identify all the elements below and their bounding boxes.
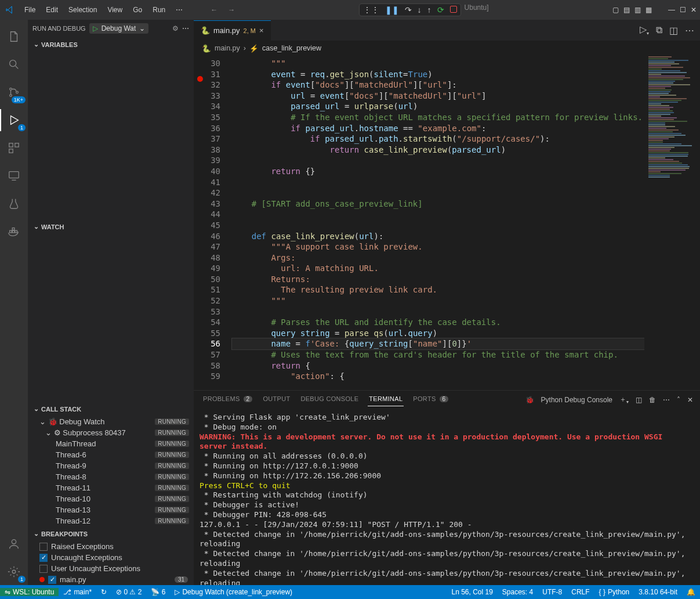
checkbox[interactable] <box>39 565 48 573</box>
status-eol[interactable]: CRLF <box>567 588 594 596</box>
activity-docker[interactable] <box>0 218 28 245</box>
activity-search[interactable] <box>0 51 28 78</box>
callstack-row[interactable]: Thread-8RUNNING <box>28 471 194 482</box>
menu-edit[interactable]: Edit <box>41 3 63 16</box>
callstack-label: Thread-11 <box>56 483 90 492</box>
step-over-icon[interactable]: ↷ <box>405 5 412 15</box>
terminal-output[interactable]: * Serving Flask app 'create_link_preview… <box>194 409 700 585</box>
activity-run-debug[interactable]: 1 <box>0 107 28 133</box>
svg-rect-9 <box>12 230 14 233</box>
sidebar-toggle-icon[interactable]: ▥ <box>634 6 641 14</box>
checkbox[interactable] <box>39 543 48 551</box>
menu-more[interactable]: ⋯ <box>171 3 187 16</box>
breadcrumb[interactable]: 🐍 main.py › ⚡ case_link_preview <box>194 41 700 56</box>
section-breakpoints[interactable]: ⌄BREAKPOINTS <box>28 526 194 541</box>
step-into-icon[interactable]: ↓ <box>418 5 422 15</box>
breakpoint-row[interactable]: Raised Exceptions <box>28 541 194 552</box>
menu-file[interactable]: File <box>20 3 40 16</box>
window-minimize-icon[interactable]: — <box>668 6 675 14</box>
pause-icon[interactable]: ❚❚ <box>385 5 399 15</box>
status-sync[interactable]: ↻ <box>96 588 111 596</box>
panel-tab-output[interactable]: OUTPUT <box>262 394 291 406</box>
status-line-col[interactable]: Ln 56, Col 19 <box>447 588 497 596</box>
status-encoding[interactable]: UTF-8 <box>538 588 567 596</box>
section-variables[interactable]: ⌄VARIABLES <box>28 37 194 52</box>
panel-toggle-icon[interactable]: ▤ <box>623 6 630 14</box>
status-notifications-icon[interactable]: 🔔 <box>682 588 700 596</box>
new-terminal-icon[interactable]: ＋▾ <box>619 395 629 405</box>
callstack-row[interactable]: Thread-11RUNNING <box>28 482 194 493</box>
tab-close-icon[interactable]: × <box>259 26 264 35</box>
menu-selection[interactable]: Selection <box>64 3 101 16</box>
activity-scm[interactable]: 1K+ <box>0 79 28 106</box>
activity-testing[interactable] <box>0 190 28 217</box>
status-ports[interactable]: 📡 6 <box>146 588 170 596</box>
activity-account[interactable] <box>0 531 28 557</box>
maximize-panel-icon[interactable]: ˄ <box>677 396 680 404</box>
section-watch[interactable]: ⌄WATCH <box>28 219 194 234</box>
activity-explorer[interactable] <box>0 23 28 50</box>
callstack-row[interactable]: ⌄ ⚙ Subprocess 80437RUNNING <box>28 427 194 438</box>
status-indent[interactable]: Spaces: 4 <box>498 588 538 596</box>
split-editor-icon[interactable]: ◫ <box>669 25 678 36</box>
activity-remote[interactable] <box>0 163 28 189</box>
breakpoints-list: Raised Exceptions✓Uncaught ExceptionsUse… <box>28 541 194 585</box>
restart-icon[interactable]: ⟳ <box>437 5 444 15</box>
status-debug[interactable]: ▷Debug Watch (create_link_preview) <box>170 588 297 596</box>
panel-tab-problems[interactable]: PROBLEMS2 <box>202 394 253 406</box>
gear-icon[interactable]: ⚙ <box>172 24 179 33</box>
menu-view[interactable]: View <box>103 3 127 16</box>
status-branch[interactable]: ⎇main* <box>59 588 96 596</box>
stop-icon[interactable] <box>450 5 457 15</box>
status-language[interactable]: { }Python <box>594 588 634 596</box>
breadcrumb-file: main.py <box>215 44 240 52</box>
menu-run[interactable]: Run <box>148 3 170 16</box>
panel-tab-ports[interactable]: PORTS6 <box>412 394 449 406</box>
trash-icon[interactable]: 🗑 <box>649 396 656 404</box>
nav-forward-icon[interactable]: → <box>228 6 235 14</box>
remote-indicator[interactable]: ⇋WSL: Ubuntu <box>0 588 59 596</box>
checkbox[interactable]: ✓ <box>48 576 56 584</box>
section-callstack[interactable]: ⌄CALL STACK <box>28 402 194 416</box>
layout-toggle-icon[interactable]: ▢ <box>612 6 619 14</box>
minimap[interactable] <box>644 56 700 390</box>
status-problems[interactable]: ⊘ 0 ⚠ 2 <box>111 588 146 596</box>
run-badge: 1 <box>18 124 26 131</box>
customize-layout-icon[interactable]: ▦ <box>645 6 652 14</box>
breakpoint-row[interactable]: ✓Uncaught Exceptions <box>28 552 194 563</box>
close-panel-icon[interactable]: ✕ <box>687 396 693 404</box>
callstack-row[interactable]: ⌄ 🐞 Debug WatchRUNNING <box>28 416 194 427</box>
code-content[interactable]: """ event = req.get_json(silent=True) if… <box>227 56 644 390</box>
run-file-icon[interactable]: ▷▾ <box>640 24 649 36</box>
callstack-row[interactable]: Thread-6RUNNING <box>28 449 194 460</box>
terminal-profile-name[interactable]: Python Debug Console <box>541 396 612 404</box>
more-actions-icon[interactable]: ⋯ <box>685 25 694 36</box>
callstack-row[interactable]: Thread-10RUNNING <box>28 493 194 504</box>
callstack-row[interactable]: Thread-12RUNNING <box>28 515 194 526</box>
activity-extensions[interactable] <box>0 135 28 161</box>
menu-go[interactable]: Go <box>128 3 147 16</box>
checkbox[interactable]: ✓ <box>39 554 48 562</box>
breakpoint-row[interactable]: User Uncaught Exceptions <box>28 563 194 574</box>
code-editor[interactable]: 3031323334353637383940414243444546474849… <box>194 56 700 390</box>
breakpoint-row[interactable]: ✓main.py31 <box>28 574 194 585</box>
callstack-row[interactable]: MainThreadRUNNING <box>28 438 194 449</box>
tab-main-py[interactable]: 🐍 main.py 2, M × <box>194 20 271 41</box>
tab-modified-indicator: 2, M <box>244 27 256 34</box>
step-out-icon[interactable]: ↑ <box>427 5 431 15</box>
window-maximize-icon[interactable]: ☐ <box>680 6 686 14</box>
split-terminal-icon[interactable]: ◫ <box>636 396 642 404</box>
more-icon[interactable]: ⋯ <box>663 396 670 404</box>
status-interpreter[interactable]: 3.8.10 64-bit <box>634 588 682 596</box>
activity-settings[interactable]: 1 <box>0 558 28 585</box>
debug-config-selector[interactable]: ▷ Debug Wat ⌄ <box>89 23 149 34</box>
window-close-icon[interactable]: ✕ <box>691 6 697 14</box>
callstack-row[interactable]: Thread-9RUNNING <box>28 460 194 471</box>
callstack-row[interactable]: Thread-13RUNNING <box>28 504 194 515</box>
nav-back-icon[interactable]: ← <box>211 6 217 14</box>
panel-tab-debug-console[interactable]: DEBUG CONSOLE <box>299 394 360 406</box>
panel-tab-terminal[interactable]: TERMINAL <box>368 394 404 406</box>
debug-launch-icon[interactable]: ⧉ <box>656 25 662 35</box>
drag-handle-icon[interactable]: ⋮⋮ <box>363 5 379 15</box>
more-icon[interactable]: ⋯ <box>182 24 189 33</box>
